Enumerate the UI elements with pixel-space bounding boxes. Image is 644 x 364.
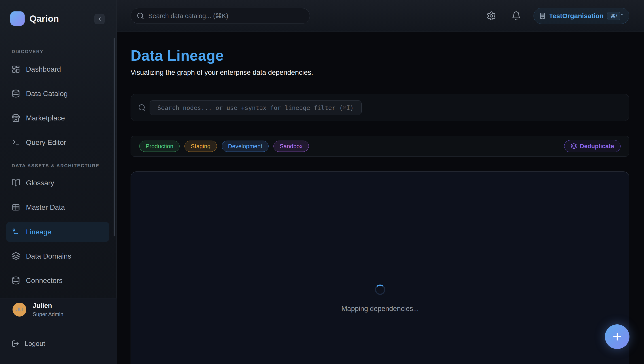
sidebar-item-lineage[interactable]: Lineage [6, 222, 109, 242]
search-icon [137, 12, 144, 20]
topbar: TestOrganisation ⌘/ [117, 0, 644, 32]
building-icon [539, 13, 546, 19]
lineage-icon [12, 228, 20, 236]
filter-chip-development[interactable]: Development [222, 141, 268, 152]
avatar: JU [12, 303, 26, 316]
table-icon [12, 203, 20, 212]
sidebar-item-label: Lineage [26, 228, 52, 236]
lineage-graph-canvas[interactable]: Mapping dependencies... [130, 171, 629, 364]
sidebar-item-label: Connectors [26, 276, 62, 285]
user-name: Julien [33, 302, 63, 309]
brand-logo [10, 12, 24, 26]
sidebar-item-label: Data Catalog [26, 90, 68, 98]
sidebar-item-dashboard[interactable]: Dashboard [0, 59, 117, 79]
add-node-fab[interactable] [605, 324, 630, 349]
user-card[interactable]: JU Julien Super Admin [12, 302, 63, 317]
sidebar-item-marketplace[interactable]: Marketplace [0, 108, 117, 128]
filter-bar: Production Staging Development Sandbox D… [130, 136, 629, 157]
deduplicate-button[interactable]: Deduplicate [564, 140, 620, 152]
search-icon [138, 104, 146, 112]
layers-icon [571, 143, 577, 149]
layers-icon [12, 252, 20, 260]
store-icon [12, 114, 20, 122]
sidebar-item-master-data[interactable]: Master Data [0, 198, 117, 217]
page-title: Data Lineage [130, 46, 224, 65]
user-role: Super Admin [33, 311, 63, 317]
page-subtitle: Visualizing the graph of your enterprise… [130, 69, 313, 77]
logout-label: Logout [24, 340, 45, 347]
node-search-card [130, 94, 629, 121]
section-label-data-assets: DATA ASSETS & ARCHITECTURE [12, 163, 99, 168]
loading-spinner [375, 285, 385, 295]
brand: Qarion [10, 11, 59, 26]
global-search-input[interactable] [148, 12, 304, 20]
notifications-button[interactable] [511, 10, 522, 22]
sidebar-item-glossary[interactable]: Glossary [0, 173, 117, 193]
plus-icon [611, 331, 623, 342]
sidebar-collapse-button[interactable] [94, 14, 105, 24]
org-name: TestOrganisation [549, 12, 604, 20]
sidebar-item-label: Data Domains [26, 252, 71, 260]
logout-button[interactable]: Logout [12, 340, 45, 347]
sidebar-item-label: Dashboard [26, 65, 61, 73]
database-icon [12, 276, 20, 285]
global-search [130, 8, 310, 24]
chevron-left-icon [96, 16, 102, 22]
section-label-discovery: DISCOVERY [12, 49, 44, 54]
sidebar-item-data-domains[interactable]: Data Domains [0, 246, 117, 266]
brand-name: Qarion [30, 14, 59, 24]
sidebar: Qarion DISCOVERY Dashboard Data Catalog … [0, 0, 117, 364]
sidebar-item-label: Master Data [26, 203, 65, 212]
dashboard-icon [12, 65, 20, 73]
sidebar-item-label: Marketplace [26, 114, 65, 122]
book-open-icon [12, 179, 20, 187]
node-search-input[interactable] [150, 100, 362, 115]
settings-button[interactable] [486, 10, 497, 22]
chevron-down-icon [620, 13, 624, 19]
filter-chip-sandbox[interactable]: Sandbox [274, 141, 309, 152]
sidebar-footer: JU Julien Super Admin Logout [0, 298, 117, 364]
sidebar-item-data-catalog[interactable]: Data Catalog [0, 84, 117, 103]
terminal-icon [12, 138, 20, 147]
sidebar-item-label: Query Editor [26, 138, 66, 147]
bell-icon [512, 11, 521, 21]
filter-chip-staging[interactable]: Staging [184, 141, 217, 152]
gear-icon [486, 11, 496, 21]
logout-icon [12, 340, 19, 347]
org-shortcut-badge: ⌘/ [607, 12, 620, 20]
sidebar-item-label: Glossary [26, 179, 54, 187]
filter-chip-production[interactable]: Production [139, 141, 180, 152]
sidebar-item-query-editor[interactable]: Query Editor [0, 132, 117, 152]
database-icon [12, 89, 20, 98]
sidebar-item-connectors[interactable]: Connectors [0, 271, 117, 290]
loading-text: Mapping dependencies... [342, 305, 419, 313]
deduplicate-label: Deduplicate [580, 143, 614, 150]
org-switcher[interactable]: TestOrganisation ⌘/ [534, 8, 629, 24]
